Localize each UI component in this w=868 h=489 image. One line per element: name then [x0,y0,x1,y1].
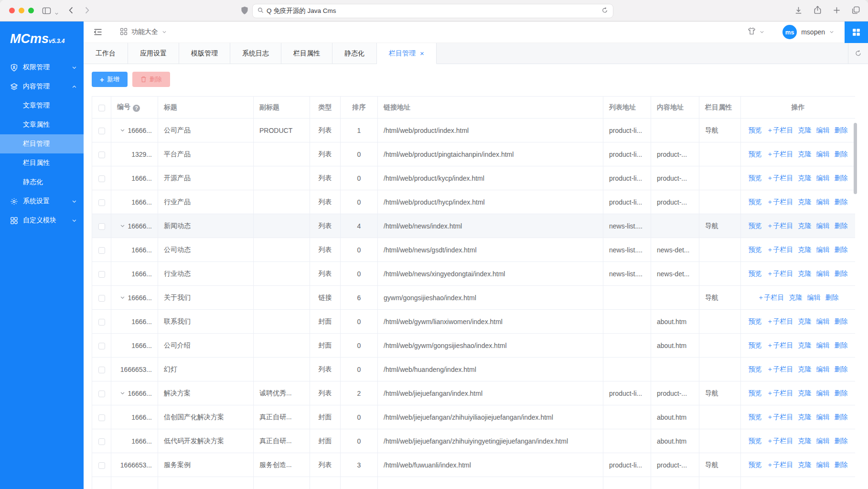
op-link-删除[interactable]: 删除 [835,317,848,326]
op-link-编辑[interactable]: 编辑 [807,293,821,302]
download-icon[interactable] [794,6,803,17]
tab-系统日志[interactable]: 系统日志 [230,43,281,64]
op-link-删除[interactable]: 删除 [835,270,848,278]
share-icon[interactable] [813,6,822,17]
op-link-克隆[interactable]: 克隆 [798,246,812,254]
op-link-编辑[interactable]: 编辑 [816,341,830,350]
op-link-编辑[interactable]: 编辑 [816,437,830,446]
op-link-克隆[interactable]: 克隆 [789,293,803,302]
op-link-＋子栏目[interactable]: ＋子栏目 [758,293,784,302]
row-checkbox[interactable] [98,319,105,326]
op-link-＋子栏目[interactable]: ＋子栏目 [767,246,793,254]
op-link-编辑[interactable]: 编辑 [816,365,830,374]
tab-栏目属性[interactable]: 栏目属性 [281,43,332,64]
op-link-预览[interactable]: 预览 [749,270,762,278]
op-link-编辑[interactable]: 编辑 [816,413,830,422]
tabs-overview-icon[interactable] [851,6,860,17]
op-link-编辑[interactable]: 编辑 [816,246,830,254]
tab-模版管理[interactable]: 模版管理 [179,43,230,64]
privacy-shield-icon[interactable] [241,6,248,17]
address-bar[interactable]: Q 免疫开源的 Java Cms [252,4,613,18]
op-link-预览[interactable]: 预览 [749,317,762,326]
expand-row-icon[interactable] [120,127,125,134]
op-link-删除[interactable]: 删除 [835,461,848,469]
new-tab-icon[interactable] [832,6,841,17]
op-link-克隆[interactable]: 克隆 [798,317,812,326]
sidebar-subitem-栏目属性[interactable]: 栏目属性 [0,153,84,173]
op-link-删除[interactable]: 删除 [835,389,848,398]
op-link-预览[interactable]: 预览 [749,126,762,135]
row-checkbox[interactable] [98,271,105,278]
op-link-＋子栏目[interactable]: ＋子栏目 [767,437,793,446]
refresh-tab-button[interactable] [848,43,868,64]
op-link-删除[interactable]: 删除 [835,150,848,159]
sidebar-subitem-文章属性[interactable]: 文章属性 [0,115,84,134]
user-menu[interactable]: ms msopen [782,25,834,39]
reload-icon[interactable] [601,7,608,15]
op-link-预览[interactable]: 预览 [749,437,762,446]
op-link-删除[interactable]: 删除 [825,293,839,302]
op-link-预览[interactable]: 预览 [749,461,762,469]
theme-switcher[interactable] [747,27,764,37]
op-link-克隆[interactable]: 克隆 [798,413,812,422]
op-link-克隆[interactable]: 克隆 [798,270,812,278]
op-link-删除[interactable]: 删除 [835,341,848,350]
op-link-编辑[interactable]: 编辑 [816,317,830,326]
sidebar-subitem-静态化[interactable]: 静态化 [0,173,84,192]
op-link-预览[interactable]: 预览 [749,222,762,230]
op-link-＋子栏目[interactable]: ＋子栏目 [767,317,793,326]
row-checkbox[interactable] [98,438,105,445]
tab-栏目管理[interactable]: 栏目管理× [377,43,437,64]
op-link-克隆[interactable]: 克隆 [798,126,812,135]
op-link-克隆[interactable]: 克隆 [798,341,812,350]
op-link-删除[interactable]: 删除 [835,413,848,422]
row-checkbox[interactable] [98,247,105,254]
op-link-编辑[interactable]: 编辑 [816,126,830,135]
op-link-克隆[interactable]: 克隆 [798,198,812,206]
row-checkbox[interactable] [98,223,105,230]
op-link-编辑[interactable]: 编辑 [816,270,830,278]
row-checkbox[interactable] [98,175,105,182]
tab-工作台[interactable]: 工作台 [84,43,128,64]
close-window-icon[interactable] [9,8,15,13]
apps-grid-button[interactable] [845,22,868,43]
zoom-window-icon[interactable] [28,8,34,13]
op-link-预览[interactable]: 预览 [749,150,762,159]
row-checkbox[interactable] [98,128,105,134]
op-link-删除[interactable]: 删除 [835,246,848,254]
row-checkbox[interactable] [98,199,105,206]
tab-应用设置[interactable]: 应用设置 [128,43,179,64]
op-link-编辑[interactable]: 编辑 [816,174,830,183]
close-tab-icon[interactable]: × [420,50,424,57]
op-link-删除[interactable]: 删除 [835,174,848,183]
op-link-＋子栏目[interactable]: ＋子栏目 [767,365,793,374]
op-link-编辑[interactable]: 编辑 [816,222,830,230]
op-link-克隆[interactable]: 克隆 [798,437,812,446]
app-menu[interactable]: 功能大全 [120,28,167,37]
collapse-menu-icon[interactable] [93,27,103,37]
op-link-预览[interactable]: 预览 [749,246,762,254]
forward-icon[interactable] [82,6,91,17]
expand-row-icon[interactable] [120,222,125,230]
sidebar-item-系统设置[interactable]: 系统设置 [0,192,84,211]
op-link-编辑[interactable]: 编辑 [816,198,830,206]
op-link-删除[interactable]: 删除 [835,365,848,374]
row-checkbox[interactable] [98,391,105,397]
op-link-克隆[interactable]: 克隆 [798,365,812,374]
sidebar-subitem-文章管理[interactable]: 文章管理 [0,96,84,115]
tab-静态化[interactable]: 静态化 [332,43,377,64]
delete-button[interactable]: 删除 [132,72,170,87]
op-link-编辑[interactable]: 编辑 [816,150,830,159]
op-link-＋子栏目[interactable]: ＋子栏目 [767,126,793,135]
op-link-＋子栏目[interactable]: ＋子栏目 [767,389,793,398]
chevron-down-icon[interactable] [54,9,59,18]
op-link-预览[interactable]: 预览 [749,174,762,183]
op-link-＋子栏目[interactable]: ＋子栏目 [767,461,793,469]
op-link-预览[interactable]: 预览 [749,389,762,398]
select-all-checkbox[interactable] [98,105,105,111]
op-link-克隆[interactable]: 克隆 [798,389,812,398]
sidebar-toggle-icon[interactable] [42,6,51,17]
op-link-克隆[interactable]: 克隆 [798,150,812,159]
op-link-预览[interactable]: 预览 [749,341,762,350]
op-link-删除[interactable]: 删除 [835,126,848,135]
